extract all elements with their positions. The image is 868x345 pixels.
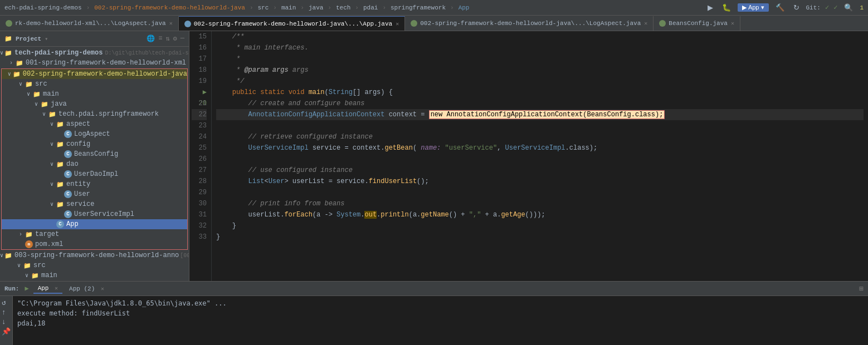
tab-label-2: 002-spring-framework-demo-helloworld-jav… [194,21,392,27]
bottom-tab-app2-close[interactable]: ✕ [101,286,104,292]
scroll-down-icon[interactable]: ↓ [2,318,11,326]
sidebar-content: ∨ 📁 tech-pdai-spring-demos D:\git\github… [0,47,189,281]
console-line-1: "C:\Program Files\Java\jdk1.8.0_65\bin\j… [17,298,864,308]
src-arrow[interactable]: ∨ [17,81,24,87]
sidebar-icon-minus[interactable]: — [181,34,184,43]
tab-close-2[interactable]: ✕ [396,21,399,27]
java-arrow[interactable]: ∨ [33,101,40,107]
tree-aspect[interactable]: ∨ 📁 aspect [2,119,187,129]
tree-userdao[interactable]: C UserDaoImpl [2,169,187,179]
git-label: Git: [806,4,821,11]
tab-app-java[interactable]: 002-spring-framework-demo-helloworld-jav… [179,16,406,31]
code-lines[interactable]: /** * main interfaces. * * @param args a… [212,31,868,281]
tab-beanscfg[interactable]: BeansConfig.java ✕ [654,16,740,31]
bottom-tab-app-close[interactable]: ✕ [55,285,58,292]
main-folder: 📁 [33,91,41,98]
tab-icon-app [184,21,191,27]
build-button[interactable]: 🔨 [773,2,787,13]
bottom-right-icon[interactable]: ⊞ [859,284,864,293]
tab-label-3: 002-spring-framework-demo-helloworld-jav… [420,20,641,27]
tree-root[interactable]: ∨ 📁 tech-pdai-spring-demos D:\git\github… [0,48,189,58]
003-src-arrow[interactable]: ∨ [16,262,22,269]
root-folder-icon: 📁 [4,50,12,57]
bottom-content: "C:\Program Files\Java\jdk1.8.0_65\bin\j… [13,296,868,345]
tree-tech-pdai[interactable]: ∨ 📁 tech.pdai.springframework [2,109,187,119]
tree-app[interactable]: C App [2,219,187,229]
tree-service[interactable]: ∨ 📁 service [2,199,187,209]
tree-logaspect[interactable]: C LogAspect [2,129,187,139]
tab-logaspect-xml[interactable]: rk-demo-helloworld-xml\...\LogAspect.jav… [0,16,179,31]
run-config-button[interactable]: ▶ App ▾ [738,3,768,12]
bottom-panel: Run: ▶ App ✕ App (2) ✕ ⊞ ↺ ↑ ↓ 📌 [0,281,868,345]
refresh-button[interactable]: ↻ [791,2,802,13]
bottom-tab-app[interactable]: App ✕ [33,284,62,294]
code-line-31: userList.forEach(a -> System.out.println… [216,209,864,220]
code-line-26 [216,154,864,165]
code-line-16: * main interfaces. [216,42,864,53]
tree-main[interactable]: ∨ 📁 main [2,89,187,99]
tree-beanscfg[interactable]: C BeansConfig [2,149,187,159]
restart-icon[interactable]: ↺ [2,298,11,307]
tree-dao[interactable]: ∨ 📁 dao [2,159,187,169]
tab-logaspect-java[interactable]: 002-spring-framework-demo-helloworld-jav… [405,16,654,31]
tree-003-main[interactable]: ∨ 📁 main [0,270,189,280]
tree-003-src[interactable]: ∨ 📁 src [0,260,189,270]
003-main-arrow[interactable]: ∨ [23,272,30,279]
debug-button[interactable]: 🐛 [720,2,733,13]
sidebar-icon-gear[interactable]: ⚙ [173,34,177,43]
sidebar-dropdown-icon[interactable]: ▾ [45,36,48,42]
tree-java[interactable]: ∨ 📁 java [2,99,187,109]
tree-003-project[interactable]: ∨ 📁 003-spring-framework-demo-helloworld… [0,250,189,260]
bottom-tab-app2[interactable]: App (2) ✕ [65,284,109,293]
code-line-20: public static void main(String[] args) { [216,87,864,98]
target-arrow[interactable]: › [17,231,24,238]
002-label: 002-spring-framework-demo-helloworld-jav… [23,70,187,78]
breadcrumb-tech: tech [336,4,350,11]
run-button[interactable]: ▶ [705,2,715,13]
git-check1: ✓ [825,3,829,12]
tab-close-4[interactable]: ✕ [731,20,734,27]
001-arrow[interactable]: › [8,60,14,66]
code-line-33: } [216,231,864,243]
scroll-up-icon[interactable]: ↑ [2,308,11,317]
beanscfg-label: BeansConfig [74,150,118,158]
tree-001-project[interactable]: › 📁 001-spring-framework-demo-helloworld… [0,58,189,68]
warning-badge: 1 [860,4,864,11]
entity-folder: 📁 [56,181,64,188]
003-arrow[interactable]: ∨ [0,252,3,259]
breadcrumb-main: main [281,4,296,11]
tree-target[interactable]: › 📁 target [2,229,187,239]
sidebar-icon-arrows[interactable]: ⇅ [165,34,169,43]
techpdai-arrow[interactable]: ∨ [41,111,47,117]
aspect-arrow[interactable]: ∨ [48,121,55,127]
tree-entity[interactable]: ∨ 📁 entity [2,179,187,189]
tab-close-1[interactable]: ✕ [169,20,173,27]
root-arrow[interactable]: ∨ [0,50,3,56]
tree-config[interactable]: ∨ 📁 config [2,139,187,149]
tree-user[interactable]: C User [2,189,187,199]
config-arrow[interactable]: ∨ [48,141,55,147]
tree-userservice[interactable]: C UserServiceImpl [2,209,187,219]
bottom-tab-app-label: App [38,285,49,292]
bottom-left-icons: ↺ ↑ ↓ 📌 [0,296,13,345]
service-arrow[interactable]: ∨ [48,201,55,208]
tree-pom[interactable]: m pom.xml [2,239,187,249]
pin-icon[interactable]: 📌 [2,327,11,336]
003-src-folder: 📁 [23,262,31,269]
entity-arrow[interactable]: ∨ [48,181,55,188]
002-arrow[interactable]: ∨ [7,71,12,77]
tabs-bar: rk-demo-helloworld-xml\...\LogAspect.jav… [0,16,868,31]
tree-src[interactable]: ∨ 📁 src [2,79,187,89]
breadcrumb-pdai: pdai [363,4,378,11]
sidebar-icon-globe[interactable]: 🌐 [147,34,155,43]
search-button[interactable]: 🔍 [842,2,855,13]
main-arrow[interactable]: ∨ [25,91,32,97]
tree-002-project[interactable]: ∨ 📁 002-spring-framework-demo-helloworld… [2,69,187,79]
breadcrumb-java: java [309,4,323,11]
code-line-19: */ [216,76,864,87]
dao-arrow[interactable]: ∨ [48,161,55,167]
service-folder: 📁 [56,201,64,208]
tab-close-3[interactable]: ✕ [644,20,647,27]
sidebar-icon-list[interactable]: ≡ [158,34,162,43]
003-label: 003-spring-framework-demo-helloworld-ann… [14,252,179,259]
